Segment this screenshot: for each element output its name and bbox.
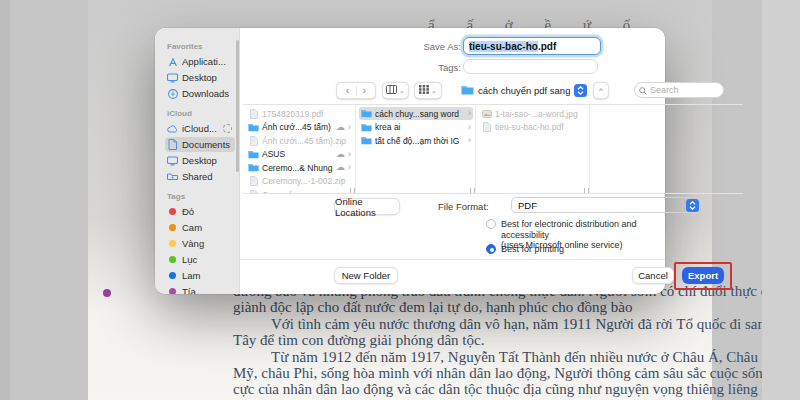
sidebar-item-icloud-drive[interactable]: iCloud... xyxy=(165,121,235,136)
folder-name: ASUS xyxy=(262,149,333,159)
sidebar-tag-vang[interactable]: Vàng xyxy=(165,236,235,251)
tag-label: Cam xyxy=(182,222,232,233)
tag-color-dot xyxy=(169,288,176,294)
sidebar-item-icloud-desktop[interactable]: Desktop xyxy=(165,153,235,168)
sidebar-item-desktop[interactable]: Desktop xyxy=(165,70,235,85)
file-row[interactable]: Ceremony...-1-002.zip xyxy=(246,175,353,188)
search-icon xyxy=(639,81,647,99)
filename-selected-text: tieu-su-bac-ho xyxy=(469,41,538,52)
file-row-partial[interactable]: Copy of ... xyxy=(246,188,353,194)
file-row[interactable]: 1754820319.pdf xyxy=(246,107,353,120)
column-view-button[interactable]: ⌄ xyxy=(382,82,409,99)
tags-input[interactable] xyxy=(463,59,598,74)
current-folder-name: cách chuyển pdf sang w... xyxy=(478,85,570,96)
browser-column-2: cách chuy...sang word › krea ai › tất ch… xyxy=(356,105,476,194)
column-resize-grip[interactable] xyxy=(584,188,589,194)
current-folder-dropdown[interactable]: cách chuyển pdf sang w... xyxy=(456,81,589,100)
folder-name: cách chuy...sang word xyxy=(375,109,465,119)
tag-color-dot xyxy=(169,272,176,279)
footer-divider xyxy=(241,259,665,260)
desktop-left-edge xyxy=(0,0,10,400)
folder-icon xyxy=(361,136,372,146)
folder-row[interactable]: tất chế độ...ạm thời IG › xyxy=(359,134,473,147)
file-name: Ceremony...-1-002.zip xyxy=(262,176,351,186)
document-icon xyxy=(167,139,178,150)
chevron-right-icon: › xyxy=(468,109,471,118)
folder-row-selected[interactable]: cách chuy...sang word › xyxy=(359,107,473,120)
applications-icon xyxy=(167,56,178,67)
nav-buttons: ‹ › xyxy=(336,82,376,99)
export-save-dialog: Favorites Applicati... Desktop Downloads… xyxy=(155,28,665,294)
column-resize-grip[interactable] xyxy=(350,188,355,194)
new-folder-button[interactable]: New Folder xyxy=(334,267,398,284)
folder-row[interactable]: Ảnh cướ...45 tấm) ☁ › xyxy=(246,121,353,134)
folder-icon xyxy=(361,122,372,132)
radio-label-line1: Best for electronic distribution and acc… xyxy=(501,219,637,240)
sidebar-tag-cam[interactable]: Cam xyxy=(165,220,235,235)
sidebar-scrollbar[interactable] xyxy=(236,40,239,172)
sidebar-item-shared[interactable]: Shared xyxy=(165,169,235,184)
sidebar-tag-luc[interactable]: Lục xyxy=(165,252,235,267)
tag-label: Lục xyxy=(182,254,232,265)
sidebar-item-applications[interactable]: Applicati... xyxy=(165,54,235,69)
tags-label: Tags: xyxy=(401,62,461,73)
folder-icon xyxy=(461,85,474,97)
file-name: 1754820319.pdf xyxy=(262,109,351,119)
collapse-panel-button[interactable]: ^ xyxy=(593,82,609,99)
chevron-down-icon: ⌄ xyxy=(399,87,405,95)
sidebar-tag-do[interactable]: Đỏ xyxy=(165,204,235,219)
save-as-input[interactable]: tieu-su-bac-ho.pdf xyxy=(463,37,601,55)
pdf-file-icon xyxy=(481,122,492,132)
desktop-icon xyxy=(167,155,178,166)
downloads-icon xyxy=(167,88,178,99)
group-view-button[interactable]: ⌄ xyxy=(414,82,442,99)
file-format-label: File Format: xyxy=(438,201,506,212)
file-format-select[interactable]: PDF xyxy=(511,197,701,213)
chevron-right-icon: › xyxy=(468,123,471,132)
sidebar-tag-lam[interactable]: Lam xyxy=(165,268,235,283)
radio-printing-option[interactable]: Best for printing xyxy=(486,244,564,255)
tag-color-dot xyxy=(169,256,176,263)
sidebar-section-tags: Tags xyxy=(167,192,239,201)
radio-selected-icon xyxy=(486,244,496,254)
save-as-label: Save As: xyxy=(401,41,461,52)
folder-row[interactable]: Ceremo...& Nhung ☁ › xyxy=(246,161,353,174)
browser-column-1: 1754820319.pdf Ảnh cướ...45 tấm) ☁ › Ảnh… xyxy=(243,105,356,194)
tag-label: Vàng xyxy=(182,238,232,249)
browser-column-3: 1-tai-sao-...a-word.jpg tieu-su-bac-ho.p… xyxy=(476,105,590,194)
sidebar-item-label: Documents xyxy=(182,139,232,150)
cancel-button[interactable]: Cancel xyxy=(632,267,674,284)
back-button[interactable]: ‹ xyxy=(342,85,354,96)
radio-unselected-icon xyxy=(486,219,496,229)
icloud-icon xyxy=(167,123,178,134)
chevron-up-icon: ^ xyxy=(599,86,603,95)
folder-row[interactable]: ASUS ☁ › xyxy=(246,148,353,161)
file-row[interactable]: 1-tai-sao-...a-word.jpg xyxy=(479,107,587,120)
column-view-icon xyxy=(386,85,397,96)
file-name: 1-tai-sao-...a-word.jpg xyxy=(495,109,585,119)
file-row[interactable]: Ảnh cưới...45 tấm).zip xyxy=(246,134,353,147)
file-name: Copy of ... xyxy=(262,190,351,195)
sidebar-item-label: iCloud... xyxy=(182,123,219,134)
search-field[interactable] xyxy=(634,82,724,98)
folder-name: tất chế độ...ạm thời IG xyxy=(375,136,465,146)
column-resize-grip[interactable] xyxy=(470,188,475,194)
folder-icon xyxy=(248,122,259,132)
sidebar-tag-tia[interactable]: Tía xyxy=(165,284,235,294)
folder-name: Ceremo...& Nhung xyxy=(262,163,333,173)
file-row[interactable]: tieu-su-bac-ho.pdf xyxy=(479,121,587,134)
file-browser: 1754820319.pdf Ảnh cướ...45 tấm) ☁ › Ảnh… xyxy=(243,104,743,194)
document-clipped-top-line: ẩ ấ ở ề ứ ố xyxy=(428,17,748,28)
folder-row[interactable]: krea ai › xyxy=(359,121,473,134)
toolbar: ‹ › ⌄ ⌄ cách chuyển pdf sang w... ^ xyxy=(241,80,665,102)
search-input[interactable] xyxy=(650,85,710,95)
sidebar-item-downloads[interactable]: Downloads xyxy=(165,86,235,101)
export-button[interactable]: Export xyxy=(682,267,724,284)
online-locations-button[interactable]: Online Locations xyxy=(334,198,400,215)
sidebar-item-documents[interactable]: Documents xyxy=(165,137,235,152)
grid-view-icon xyxy=(419,85,429,96)
pdf-file-icon xyxy=(248,109,259,119)
chevron-right-icon: › xyxy=(468,136,471,145)
forward-button[interactable]: › xyxy=(359,85,371,96)
dropdown-stepper-icon xyxy=(574,84,587,97)
